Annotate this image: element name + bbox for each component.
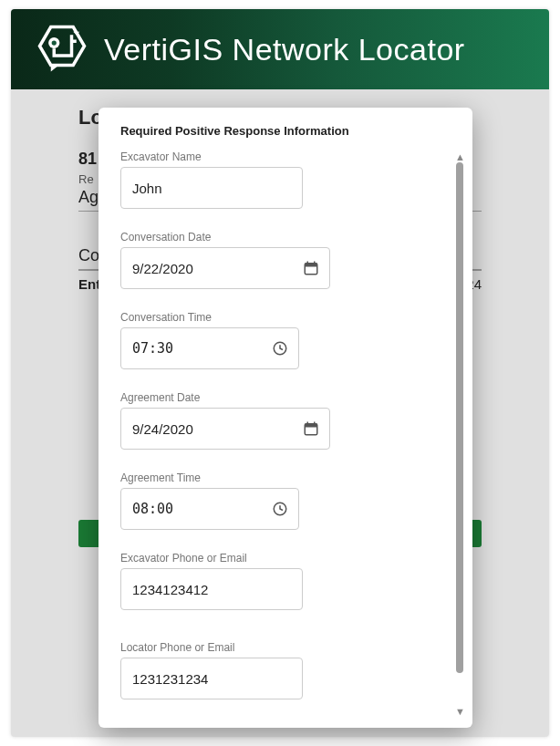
- agreement-date-input[interactable]: [120, 408, 330, 450]
- header-banner: VertiGIS Network Locator: [11, 9, 549, 89]
- excavator-name-label: Excavator Name: [120, 150, 447, 163]
- agreement-date-label: Agreement Date: [120, 391, 447, 404]
- excavator-name-input[interactable]: [120, 167, 303, 209]
- svg-rect-9: [305, 424, 317, 428]
- scroll-up-icon[interactable]: ▲: [455, 151, 465, 162]
- vertigis-logo-icon: [36, 24, 88, 75]
- calendar-icon[interactable]: [303, 420, 319, 437]
- svg-rect-4: [305, 264, 317, 267]
- scrollbar-thumb[interactable]: [456, 162, 463, 673]
- scrollbar-track[interactable]: [456, 162, 463, 673]
- svg-point-2: [52, 40, 57, 45]
- header-title: VertiGIS Network Locator: [104, 32, 465, 67]
- excavator-contact-input[interactable]: [120, 568, 303, 610]
- clock-icon[interactable]: [272, 501, 288, 517]
- modal-scroll-area[interactable]: Excavator Name Conversation Date Convers…: [120, 150, 472, 711]
- agreement-time-label: Agreement Time: [120, 471, 447, 484]
- clock-icon[interactable]: [272, 340, 288, 357]
- conversation-time-label: Conversation Time: [120, 311, 447, 324]
- modal-title: Required Positive Response Information: [120, 124, 472, 138]
- excavator-contact-label: Excavator Phone or Email: [120, 552, 447, 565]
- locator-contact-label: Locator Phone or Email: [120, 641, 447, 654]
- positive-response-modal: Required Positive Response Information E…: [99, 108, 472, 728]
- conversation-date-input[interactable]: [120, 247, 330, 289]
- calendar-icon[interactable]: [303, 260, 319, 276]
- locator-contact-input[interactable]: [120, 658, 303, 699]
- conversation-date-label: Conversation Date: [120, 231, 447, 243]
- scroll-down-icon[interactable]: ▼: [455, 706, 465, 717]
